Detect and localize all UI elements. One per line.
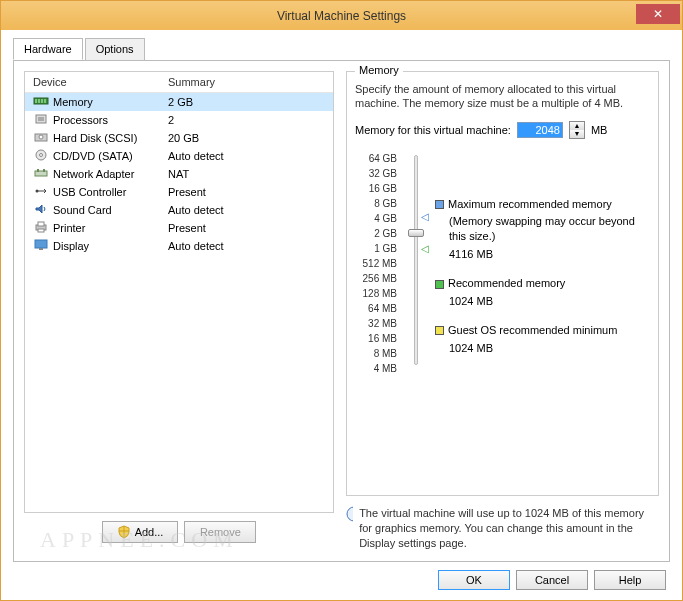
device-name: Printer — [53, 222, 85, 234]
cd-icon — [33, 149, 49, 163]
svg-rect-17 — [38, 229, 44, 232]
cpu-icon — [33, 113, 49, 127]
device-row-display[interactable]: Display Auto detect — [25, 237, 333, 255]
device-summary: 20 GB — [168, 132, 325, 144]
memory-info-text: The virtual machine will use up to 1024 … — [359, 506, 659, 551]
display-icon — [33, 239, 49, 253]
memory-tick-labels: 64 GB32 GB16 GB 8 GB4 GB2 GB 1 GB512 MB2… — [355, 151, 397, 376]
svg-rect-1 — [35, 99, 37, 103]
svg-rect-16 — [38, 222, 44, 226]
legend-rec-label: Recommended memory — [448, 277, 565, 289]
legend-max-note: (Memory swapping may occur beyond this s… — [435, 214, 650, 244]
col-device: Device — [33, 76, 168, 88]
svg-rect-6 — [38, 117, 44, 121]
shield-icon — [117, 525, 131, 539]
memory-unit: MB — [591, 124, 608, 136]
memory-input-label: Memory for this virtual machine: — [355, 124, 511, 136]
device-row-harddisk[interactable]: Hard Disk (SCSI) 20 GB — [25, 129, 333, 147]
device-name: CD/DVD (SATA) — [53, 150, 133, 162]
svg-rect-2 — [38, 99, 40, 103]
device-name: Sound Card — [53, 204, 112, 216]
device-name: Processors — [53, 114, 108, 126]
device-row-memory[interactable]: Memory 2 GB — [25, 93, 333, 111]
marker-rec-icon: ◁ — [421, 243, 429, 254]
legend-min-label: Guest OS recommended minimum — [448, 324, 617, 336]
svg-rect-12 — [37, 169, 39, 172]
ok-button[interactable]: OK — [438, 570, 510, 590]
titlebar: Virtual Machine Settings ✕ — [1, 1, 682, 30]
info-icon: i — [346, 506, 353, 522]
device-summary: Auto detect — [168, 150, 325, 162]
svg-rect-11 — [35, 171, 47, 176]
device-summary: Auto detect — [168, 240, 325, 252]
svg-point-10 — [40, 154, 43, 157]
window-title: Virtual Machine Settings — [277, 9, 406, 23]
tab-hardware[interactable]: Hardware — [13, 38, 83, 60]
device-row-network[interactable]: Network Adapter NAT — [25, 165, 333, 183]
remove-button[interactable]: Remove — [184, 521, 256, 543]
svg-rect-19 — [39, 248, 43, 250]
device-row-processors[interactable]: Processors 2 — [25, 111, 333, 129]
legend-max-swatch — [435, 200, 444, 209]
device-name: Hard Disk (SCSI) — [53, 132, 137, 144]
spin-down-icon[interactable]: ▼ — [570, 130, 584, 138]
legend-rec-value: 1024 MB — [435, 294, 650, 309]
legend-min-swatch — [435, 326, 444, 335]
device-row-usb[interactable]: USB Controller Present — [25, 183, 333, 201]
memory-slider-thumb[interactable] — [408, 229, 424, 237]
svg-point-14 — [36, 190, 39, 193]
svg-rect-4 — [44, 99, 46, 103]
tab-strip: Hardware Options — [13, 38, 670, 61]
svg-rect-3 — [41, 99, 43, 103]
legend-max-value: 4116 MB — [435, 247, 650, 262]
tab-options[interactable]: Options — [85, 38, 145, 60]
memory-description: Specify the amount of memory allocated t… — [355, 82, 650, 111]
device-name: Display — [53, 240, 89, 252]
network-icon — [33, 167, 49, 181]
device-name: Network Adapter — [53, 168, 134, 180]
device-summary: 2 GB — [168, 96, 325, 108]
memory-input[interactable] — [517, 122, 563, 138]
harddisk-icon — [33, 131, 49, 145]
col-summary: Summary — [168, 76, 325, 88]
device-row-sound[interactable]: Sound Card Auto detect — [25, 201, 333, 219]
printer-icon — [33, 221, 49, 235]
memory-spinner[interactable]: ▲▼ — [569, 121, 585, 139]
memory-group-title: Memory — [355, 64, 403, 76]
svg-text:i: i — [352, 508, 353, 520]
spin-up-icon[interactable]: ▲ — [570, 122, 584, 130]
device-summary: Present — [168, 186, 325, 198]
sound-icon — [33, 203, 49, 217]
device-name: Memory — [53, 96, 93, 108]
device-row-cddvd[interactable]: CD/DVD (SATA) Auto detect — [25, 147, 333, 165]
device-summary: NAT — [168, 168, 325, 180]
device-summary: Auto detect — [168, 204, 325, 216]
legend-rec-swatch — [435, 280, 444, 289]
legend-max-label: Maximum recommended memory — [448, 198, 612, 210]
legend-min-value: 1024 MB — [435, 341, 650, 356]
memory-icon — [33, 95, 49, 109]
memory-slider-track[interactable] — [414, 155, 418, 365]
usb-icon — [33, 185, 49, 199]
add-label: Add... — [135, 526, 164, 538]
help-button[interactable]: Help — [594, 570, 666, 590]
close-button[interactable]: ✕ — [636, 4, 680, 24]
device-name: USB Controller — [53, 186, 126, 198]
add-button[interactable]: Add... — [102, 521, 179, 543]
device-list: Device Summary Memory 2 GB Processors 2 … — [24, 71, 334, 513]
device-summary: 2 — [168, 114, 325, 126]
svg-point-8 — [39, 135, 43, 139]
device-summary: Present — [168, 222, 325, 234]
marker-max-icon: ◁ — [421, 211, 429, 222]
cancel-button[interactable]: Cancel — [516, 570, 588, 590]
svg-rect-13 — [43, 169, 45, 172]
svg-rect-18 — [35, 240, 47, 248]
device-row-printer[interactable]: Printer Present — [25, 219, 333, 237]
